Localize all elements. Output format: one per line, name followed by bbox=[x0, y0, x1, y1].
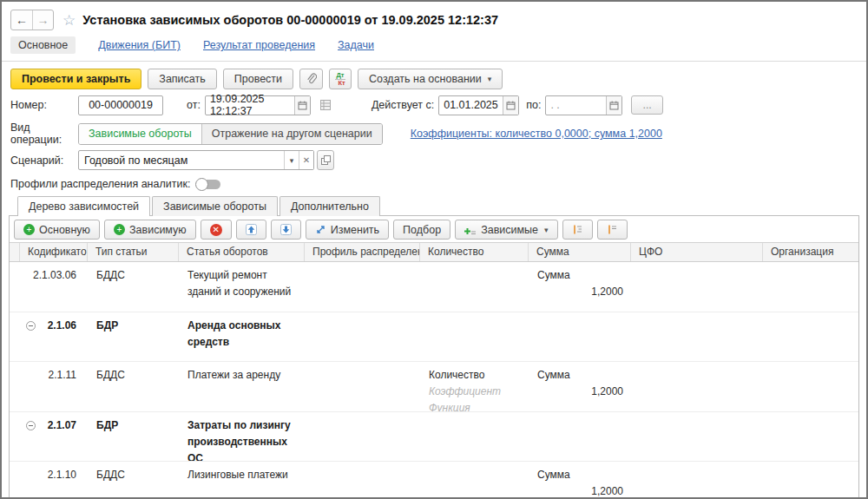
toggle-track bbox=[207, 180, 220, 189]
toggle-knob bbox=[195, 178, 208, 191]
date-label: от: bbox=[187, 99, 201, 111]
sum-cell bbox=[529, 312, 631, 362]
open-list-button[interactable] bbox=[318, 96, 333, 114]
operation-option-dependent-turnovers[interactable]: Зависимые обороты bbox=[79, 124, 201, 144]
tree-collapse-icon[interactable] bbox=[26, 421, 36, 430]
write-button[interactable]: Записать bbox=[148, 69, 216, 89]
header-cell-codifier[interactable]: Кодификатор bbox=[20, 243, 88, 261]
titlebar: ← → ☆ Установка зависимых оборотов 00-00… bbox=[10, 9, 866, 31]
calendar-icon[interactable] bbox=[503, 96, 518, 115]
turnover-article-value: Аренда основных средств bbox=[179, 312, 305, 362]
valid-to-input[interactable]: . . bbox=[545, 95, 622, 115]
scenario-combobox[interactable]: Годовой по месяцам ▾ ✕ bbox=[78, 150, 314, 170]
tab-additional[interactable]: Дополнительно bbox=[279, 196, 380, 216]
codifier-value: 2.1.06 bbox=[48, 319, 76, 332]
header-cell-cfo[interactable]: ЦФО bbox=[631, 243, 763, 261]
edit-button[interactable]: Изменить bbox=[306, 220, 389, 240]
back-button[interactable]: ← bbox=[11, 10, 32, 30]
document-window: ← → ☆ Установка зависимых оборотов 00-00… bbox=[0, 0, 868, 499]
create-based-on-button[interactable]: Создать на основании ▾ bbox=[358, 69, 503, 89]
cfo-cell bbox=[631, 312, 763, 362]
header-cell-organization[interactable]: Организация bbox=[763, 243, 858, 261]
sum-cell: Сумма1,2000 bbox=[529, 262, 631, 312]
date-input[interactable]: 19.09.2025 12:12:37 bbox=[205, 95, 311, 115]
organization-cell bbox=[763, 462, 858, 499]
cfo-cell bbox=[631, 412, 763, 462]
profiles-toggle[interactable] bbox=[195, 178, 220, 191]
organization-cell bbox=[763, 412, 858, 462]
table-header: Кодификатор Тип статьи Статья оборотов П… bbox=[10, 242, 858, 262]
tree-collapse-icon[interactable] bbox=[26, 321, 36, 331]
codifier-cell: 2.1.10 bbox=[20, 462, 88, 499]
add-dependent-button[interactable]: + Зависимую bbox=[104, 220, 196, 240]
command-bar: Провести и закрыть Записать Провести ДтК… bbox=[2, 62, 866, 89]
header-cell-distribution-profile[interactable]: Профиль распределения bbox=[305, 243, 420, 261]
delete-button[interactable]: ✕ bbox=[201, 220, 232, 240]
calendar-icon[interactable] bbox=[294, 96, 310, 115]
valid-from-input[interactable]: 01.01.2025 bbox=[438, 95, 519, 115]
favorite-star-icon[interactable]: ☆ bbox=[62, 11, 76, 30]
dependency-tree-panel: + Основную + Зависимую ✕ bbox=[9, 215, 859, 499]
nav-item-main[interactable]: Основное bbox=[10, 36, 76, 54]
profiles-row: Профили распределения аналитик: bbox=[2, 176, 866, 192]
table-row[interactable]: 2.1.07БДРЗатраты по лизингу производстве… bbox=[10, 412, 858, 463]
paperclip-icon bbox=[306, 73, 317, 85]
table-row[interactable]: 2.1.03.06БДДСТекущий ремонт зданий и соо… bbox=[10, 262, 858, 312]
more-button[interactable]: ... bbox=[631, 95, 662, 115]
sum-label: Сумма bbox=[537, 367, 626, 384]
quantity-cell bbox=[420, 412, 529, 462]
table-row[interactable]: 2.1.11БДДСПлатежи за арендуКоличествоКоэ… bbox=[10, 362, 858, 412]
tab-dependent-turnovers[interactable]: Зависимые обороты bbox=[152, 196, 278, 216]
codifier-cell: 2.1.06 bbox=[20, 312, 88, 362]
sum-label: Сумма bbox=[537, 267, 626, 284]
dtkt-button[interactable]: ДтКт bbox=[329, 69, 352, 89]
page-tabs: Дерево зависимостей Зависимые обороты До… bbox=[2, 196, 866, 216]
table-row[interactable]: 2.1.06БДРАренда основных средств bbox=[10, 312, 858, 363]
article-type-value: БДДС bbox=[88, 362, 179, 411]
dependents-menu-button[interactable]: Зависимые ▾ bbox=[455, 220, 557, 240]
attachments-button[interactable] bbox=[299, 69, 323, 89]
collapse-levels-button[interactable] bbox=[597, 220, 628, 240]
quantity-cell bbox=[420, 262, 529, 312]
article-type-value: БДДС bbox=[88, 262, 179, 312]
combo-clear-button[interactable]: ✕ bbox=[299, 151, 313, 169]
nav-link-tasks[interactable]: Задачи bbox=[338, 39, 374, 51]
post-and-close-button[interactable]: Провести и закрыть bbox=[10, 69, 141, 89]
sum-cell: Сумма1,2000 bbox=[529, 362, 631, 411]
nav-link-posting-result[interactable]: Результат проведения bbox=[203, 39, 315, 51]
table-row[interactable]: 2.1.10БДДСЛизинговые платежиСумма1,2000 bbox=[10, 462, 858, 499]
quantity-label: Количество bbox=[429, 367, 523, 384]
post-button[interactable]: Провести bbox=[223, 69, 293, 89]
turnover-article-value: Платежи за аренду bbox=[179, 362, 305, 411]
move-down-button[interactable] bbox=[271, 220, 301, 240]
sum-value: 1,2000 bbox=[537, 483, 626, 499]
header-cell-turnover-article[interactable]: Статья оборотов bbox=[179, 243, 305, 261]
forward-button[interactable]: → bbox=[32, 10, 53, 30]
combo-dropdown-button[interactable]: ▾ bbox=[284, 151, 299, 169]
sum-cell bbox=[529, 412, 631, 462]
add-main-button[interactable]: + Основную bbox=[14, 220, 100, 240]
sum-cell: Сумма1,2000 bbox=[529, 462, 631, 499]
codifier-value: 2.1.10 bbox=[48, 469, 76, 481]
number-label: Номер: bbox=[10, 99, 78, 111]
calendar-icon[interactable] bbox=[606, 96, 621, 115]
operation-option-other-scenario[interactable]: Отражение на другом сценарии bbox=[201, 124, 382, 144]
coefficients-link[interactable]: Коэффициенты: количество 0,0000; сумма 1… bbox=[411, 128, 662, 140]
nav-link-movements[interactable]: Движения (БИТ) bbox=[98, 39, 181, 51]
header-cell-quantity[interactable]: Количество bbox=[420, 243, 529, 261]
organization-cell bbox=[763, 262, 858, 312]
expand-levels-button[interactable] bbox=[562, 220, 593, 240]
header-cell-sum[interactable]: Сумма bbox=[529, 243, 631, 261]
codifier-cell: 2.1.03.06 bbox=[20, 262, 88, 312]
combo-open-button[interactable] bbox=[317, 150, 334, 170]
pick-button[interactable]: Подбор bbox=[393, 220, 450, 240]
quantity-cell bbox=[420, 462, 529, 499]
tree-expand-levels-icon bbox=[572, 224, 583, 235]
organization-cell bbox=[763, 312, 858, 362]
plus-icon: + bbox=[23, 224, 35, 235]
number-input[interactable]: 00-00000019 bbox=[78, 95, 163, 115]
move-up-button[interactable] bbox=[236, 220, 266, 240]
tab-dependency-tree[interactable]: Дерево зависимостей bbox=[17, 196, 150, 216]
cfo-cell bbox=[631, 262, 763, 312]
header-cell-article-type[interactable]: Тип статьи bbox=[88, 243, 179, 261]
